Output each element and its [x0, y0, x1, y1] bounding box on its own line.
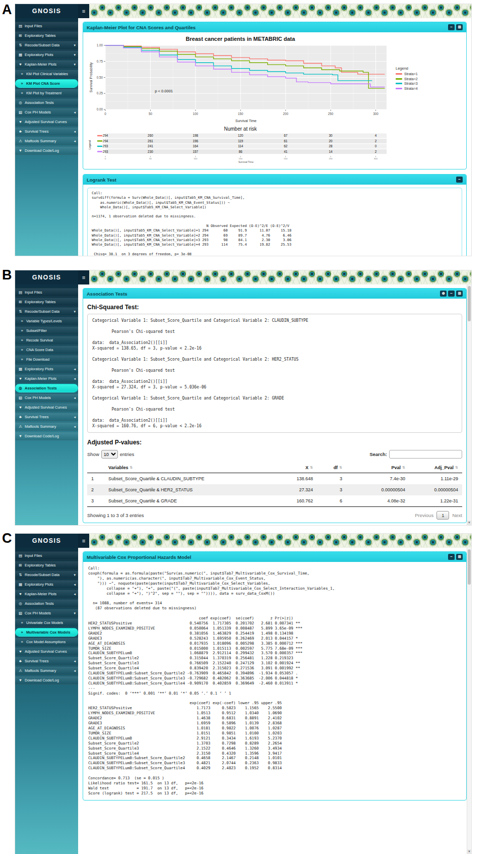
sidebar-item[interactable]: ♥ Adjusted Survival Curves: [15, 403, 78, 412]
sidebar-item[interactable]: » KM Plot Clinical Variables: [15, 70, 78, 78]
column-header-adj-pval[interactable]: Adj_Pval⇅: [409, 463, 462, 473]
sidebar-item[interactable]: ⚠ Maftools Summary ◂: [15, 137, 78, 145]
previous-page-button[interactable]: Previous: [415, 513, 433, 518]
scrollbar[interactable]: ▼: [467, 548, 471, 854]
sidebar-item[interactable]: ▧ Cox PH Models ◂: [15, 108, 78, 117]
box-header-button[interactable]: ⊞: [456, 24, 463, 30]
sidebar-item[interactable]: ♥ Kaplan-Meier Plots ◂: [15, 374, 78, 383]
box-header-button[interactable]: −: [448, 24, 455, 30]
page-size-select[interactable]: 10: [101, 450, 118, 459]
svg-text:30: 30: [329, 134, 333, 137]
svg-text:62: 62: [284, 144, 288, 148]
sidebar-item[interactable]: ⇅ Recode/Subset Data ▾: [15, 571, 78, 579]
figure-label-c: C: [2, 531, 12, 546]
sidebar-item-label: Input Files: [25, 290, 42, 295]
scrollbar[interactable]: ▼: [467, 284, 471, 525]
sidebar-item-icon: ▧: [18, 611, 23, 615]
sidebar-toggle-icon[interactable]: ≡: [78, 4, 89, 18]
sidebar-item[interactable]: ⊞ Exploratory Tables: [15, 31, 78, 40]
sidebar-item[interactable]: ♥ Adjusted Survival Curves: [15, 647, 78, 656]
datatable-controls: Show 10 entries Search:: [87, 450, 462, 459]
sidebar-toggle-icon[interactable]: ≡: [78, 270, 89, 284]
column-header-variables[interactable]: Variables⇅: [104, 463, 272, 473]
sidebar-item[interactable]: ▤ Input Files: [15, 22, 78, 30]
legend-label: Strata=3: [404, 82, 418, 85]
sidebar-item[interactable]: ▼ Download Code/Log: [15, 432, 78, 440]
peacock-banner: [89, 4, 471, 18]
sidebar-item[interactable]: » CNA Score Data: [15, 346, 78, 354]
sidebar-item[interactable]: ▤ Input Files: [15, 288, 78, 297]
sidebar-item[interactable]: » KM Plot CNA Score: [15, 79, 78, 88]
svg-text:0.50: 0.50: [97, 76, 103, 79]
box-header-button[interactable]: −: [448, 291, 455, 297]
chevron-icon: ◂: [73, 415, 76, 419]
sidebar-item[interactable]: ⚠ Maftools Summary ◂: [15, 666, 78, 675]
sidebar-item[interactable]: » Recode Survival: [15, 336, 78, 345]
sidebar-item[interactable]: ▼ Download Code/Log: [15, 146, 78, 155]
sidebar-item[interactable]: ⚠ Maftools Summary ◂: [15, 422, 78, 431]
sidebar-item-icon: »: [19, 620, 25, 625]
box-header-button[interactable]: −: [456, 177, 463, 183]
sidebar-item[interactable]: ♣ Survival Trees ◂: [15, 657, 78, 665]
risk-table-title: Number at risk: [89, 126, 392, 132]
search-input[interactable]: [389, 450, 462, 459]
page-number-button[interactable]: 1: [436, 511, 449, 520]
svg-text:293: 293: [103, 150, 108, 153]
sidebar-item[interactable]: ▼ Download Code/Log: [15, 676, 78, 685]
sidebar-item-label: Adjusted Survival Curves: [25, 649, 67, 654]
box-header-button[interactable]: ⊞: [456, 554, 463, 560]
sidebar-item-label: Cox PH Models: [25, 110, 51, 115]
sidebar-item[interactable]: ▦ Exploratory Plots ◂: [15, 580, 78, 589]
column-header-df[interactable]: df⇅: [317, 463, 346, 473]
sidebar-item[interactable]: ▧ Cox PH Models ◂: [15, 393, 78, 402]
sidebar-item[interactable]: » Subset/Filter: [15, 326, 78, 335]
sidebar-item[interactable]: » Univariate Cox Models: [15, 618, 78, 627]
sidebar-item[interactable]: ♥ Kaplan-Meier Plots ◂: [15, 590, 78, 598]
box-header-button[interactable]: −: [448, 554, 455, 560]
sidebar-item[interactable]: » KM Plot by Treatment: [15, 89, 78, 97]
sidebar-toggle-icon[interactable]: ≡: [78, 534, 89, 548]
column-header-x[interactable]: X⇅: [272, 463, 317, 473]
box-header-button[interactable]: ⊞: [456, 291, 463, 297]
sidebar-item-label: Cox Model Assumptions: [26, 640, 66, 644]
sidebar-item[interactable]: ⇅ Recode/Subset Data ▾: [15, 307, 78, 316]
sidebar-item[interactable]: ♥ Adjusted Survival Curves: [15, 118, 78, 126]
scrollbar-down-arrow[interactable]: ▼: [467, 521, 471, 525]
sidebar-item[interactable]: ▦ Exploratory Plots ◂: [15, 365, 78, 373]
sidebar-item[interactable]: ▤ Input Files: [15, 551, 78, 560]
sidebar-item-label: KM Plot by Treatment: [26, 91, 61, 95]
next-page-button[interactable]: Next: [452, 513, 462, 518]
box-header-button[interactable]: ⊕: [440, 291, 447, 297]
sidebar-item[interactable]: » File Download: [15, 355, 78, 364]
column-header-index[interactable]: [87, 463, 104, 473]
scrollbar-down-arrow[interactable]: ▼: [467, 849, 471, 854]
sidebar-item[interactable]: ♣ Survival Trees ◂: [15, 413, 78, 421]
sidebar-item-icon: ♥: [18, 62, 23, 67]
sidebar-item[interactable]: » Variable Types/Levels: [15, 317, 78, 325]
sidebar-item[interactable]: ◎ Association Tests: [15, 599, 78, 608]
sidebar-item[interactable]: » Multivariable Cox Models: [15, 628, 78, 637]
table-row[interactable]: 1 Subset_Score_Quartile & CLAUDIN_SUBTYP…: [87, 473, 462, 485]
sidebar-item[interactable]: ◎ Association Tests: [15, 384, 78, 392]
sidebar-item[interactable]: ◎ Association Tests: [15, 98, 78, 107]
chevron-icon: ▾: [73, 611, 76, 615]
box-title: Kaplan-Meier Plot for CNA Scores and Qua…: [87, 25, 196, 30]
table-row[interactable]: 2 Subset_Score_Quartile & HER2_STATUS 27…: [87, 484, 462, 495]
sidebar-item[interactable]: ♣ Survival Trees ◂: [15, 127, 78, 136]
sidebar-item[interactable]: ♥ Kaplan-Meier Plots ▾: [15, 60, 78, 69]
column-header-pval[interactable]: Pval⇅: [346, 463, 409, 473]
sidebar-item[interactable]: ▧ Cox PH Models ▾: [15, 609, 78, 617]
row-index: 2: [87, 484, 104, 495]
sidebar-item-label: Univariate Cox Models: [26, 620, 63, 625]
sidebar-item[interactable]: ⇅ Recode/Subset Data ▾: [15, 41, 78, 49]
cell-x: 160.762: [272, 495, 317, 507]
sidebar-item[interactable]: » Cox Model Assumptions: [15, 638, 78, 646]
sidebar-item-icon: ◎: [18, 100, 23, 105]
legend-title: Legend: [396, 66, 418, 71]
sidebar-item[interactable]: ▦ Exploratory Plots ▾: [15, 50, 78, 59]
sidebar-item[interactable]: ⊞ Exploratory Tables: [15, 561, 78, 570]
table-row[interactable]: 3 Subset_Score_Quartile & GRADE 160.762 …: [87, 495, 462, 507]
sidebar-item[interactable]: ⊞ Exploratory Tables: [15, 298, 78, 306]
cell-variables: Subset_Score_Quartile & CLAUDIN_SUBTYPE: [104, 473, 272, 485]
svg-text:200: 200: [284, 157, 288, 160]
